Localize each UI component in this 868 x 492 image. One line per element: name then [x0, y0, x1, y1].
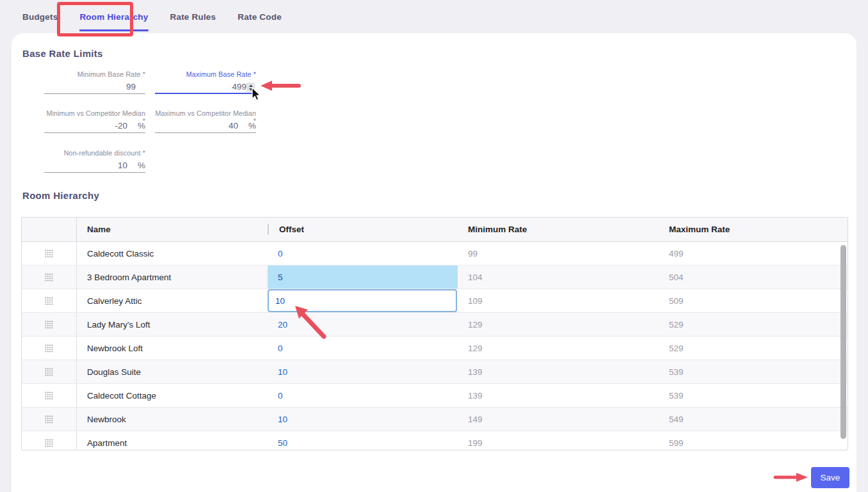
non-refundable-discount-value[interactable]: 10: [118, 161, 127, 170]
drag-column-header: [22, 218, 77, 241]
room-name-cell: Newbrook: [77, 415, 268, 424]
tab-label: Rate Code: [237, 12, 282, 22]
tab-room-hierarchy[interactable]: Room Hierarchy: [79, 8, 148, 26]
minimum-base-rate-label: Minimum Base Rate *: [44, 70, 145, 80]
offset-cell[interactable]: 0: [268, 384, 458, 407]
drag-handle[interactable]: [22, 266, 77, 289]
room-hierarchy-table: Name Offset Minimum Rate Maximum Rate Ca…: [21, 217, 848, 450]
room-name-cell: Lady Mary's Loft: [77, 320, 268, 329]
maximum-rate-cell: 599: [659, 438, 848, 448]
tab-rate-rules[interactable]: Rate Rules: [170, 8, 216, 26]
maximum-rate-cell: 549: [659, 415, 848, 424]
table-header: Name Offset Minimum Rate Maximum Rate: [22, 218, 848, 242]
maximum-rate-cell: 499: [659, 249, 848, 258]
maximum-rate-cell: 529: [659, 320, 848, 329]
column-header-minimum-rate[interactable]: Minimum Rate: [458, 225, 659, 234]
table-row: Douglas Suite10139539: [22, 360, 848, 384]
drag-handle-icon: [45, 321, 53, 329]
maximum-base-rate-field[interactable]: Maximum Base Rate * 499: [155, 70, 256, 94]
drag-handle-icon: [45, 344, 53, 353]
room-hierarchy-title: Room Hierarchy: [22, 190, 99, 201]
drag-handle[interactable]: [22, 242, 77, 265]
maximum-rate-cell: 509: [659, 296, 848, 306]
percent-suffix: %: [138, 121, 145, 131]
tab-bar: BudgetsRoom HierarchyRate RulesRate Code: [0, 0, 868, 33]
drag-handle-icon: [45, 368, 53, 376]
room-name-cell: 3 Bedroom Apartment: [77, 273, 268, 282]
minimum-rate-cell: 104: [458, 273, 659, 282]
number-stepper-icon[interactable]: [246, 83, 255, 92]
room-name-cell: Caldecott Cottage: [77, 391, 268, 401]
drag-handle[interactable]: [22, 289, 77, 312]
table-row: Newbrook Loft0129529: [22, 337, 848, 360]
minimum-rate-cell: 139: [458, 367, 659, 377]
room-name-cell: Newbrook Loft: [77, 344, 268, 353]
table-body: Caldecott Classic0994993 Bedroom Apartme…: [22, 242, 848, 450]
column-header-offset[interactable]: Offset: [268, 218, 458, 241]
maximum-rate-cell: 539: [659, 391, 848, 401]
maximum-vs-competitor-label: Maximum vs Competitor Median *: [155, 109, 256, 119]
minimum-base-rate-field[interactable]: Minimum Base Rate * 99: [44, 70, 145, 94]
maximum-rate-cell: 504: [659, 273, 848, 282]
offset-cell[interactable]: 10: [268, 360, 458, 383]
tab-label: Budgets: [22, 12, 58, 22]
drag-handle[interactable]: [22, 431, 77, 450]
offset-cell[interactable]: 0: [268, 337, 458, 360]
maximum-vs-competitor-field[interactable]: Maximum vs Competitor Median * 40 %: [155, 109, 256, 133]
minimum-rate-cell: 129: [458, 344, 659, 353]
drag-handle[interactable]: [22, 337, 77, 360]
drag-handle-icon: [45, 273, 53, 282]
table-row: Caldecott Classic099499: [22, 242, 848, 266]
drag-handle[interactable]: [22, 313, 77, 336]
tab-budgets[interactable]: Budgets: [22, 8, 58, 26]
offset-cell[interactable]: 20: [268, 313, 458, 336]
drag-handle-icon: [45, 297, 53, 305]
table-row: Apartment50199599: [22, 431, 848, 450]
main-panel: Base Rate Limits Minimum Base Rate * 99 …: [12, 33, 856, 492]
maximum-base-rate-label: Maximum Base Rate *: [155, 70, 256, 80]
tab-label: Rate Rules: [170, 12, 216, 22]
table-row: 3 Bedroom Apartment5104504: [22, 266, 848, 289]
minimum-vs-competitor-value[interactable]: -20: [115, 121, 127, 131]
maximum-base-rate-value[interactable]: 499: [232, 82, 246, 91]
drag-handle-icon: [45, 439, 53, 447]
maximum-rate-cell: 539: [659, 367, 848, 377]
maximum-vs-competitor-value[interactable]: 40: [229, 121, 238, 131]
column-header-name[interactable]: Name: [77, 225, 268, 234]
minimum-rate-cell: 149: [458, 415, 659, 424]
room-name-cell: Douglas Suite: [77, 367, 268, 377]
percent-suffix: %: [138, 161, 145, 170]
offset-cell[interactable]: 50: [268, 431, 458, 450]
minimum-rate-cell: 139: [458, 391, 659, 401]
offset-cell-selected[interactable]: 5: [268, 266, 458, 289]
tab-label: Room Hierarchy: [79, 12, 148, 22]
minimum-vs-competitor-label: Minimum vs Competitor Median *: [44, 109, 145, 119]
drag-handle-icon: [45, 250, 53, 258]
table-row: Calverley Attic10109509: [22, 289, 848, 313]
table-scrollbar[interactable]: [840, 245, 846, 439]
minimum-rate-cell: 99: [458, 249, 659, 258]
offset-cell[interactable]: 10: [268, 408, 458, 431]
minimum-rate-cell: 109: [458, 296, 659, 306]
save-button[interactable]: Save: [811, 467, 849, 488]
column-divider: [268, 224, 269, 235]
offset-cell[interactable]: 0: [268, 242, 458, 265]
tab-rate-code[interactable]: Rate Code: [237, 8, 282, 26]
column-header-maximum-rate[interactable]: Maximum Rate: [659, 225, 849, 234]
minimum-vs-competitor-field[interactable]: Minimum vs Competitor Median * -20 %: [44, 109, 145, 133]
table-row: Lady Mary's Loft20129529: [22, 313, 848, 337]
minimum-rate-cell: 199: [458, 438, 659, 448]
offset-edit-input[interactable]: 10: [268, 289, 457, 312]
drag-handle-icon: [45, 415, 53, 424]
non-refundable-discount-field[interactable]: Non-refundable discount * 10 %: [44, 149, 145, 173]
room-name-cell: Apartment: [77, 438, 268, 448]
maximum-rate-cell: 529: [659, 344, 848, 353]
non-refundable-discount-label: Non-refundable discount *: [44, 149, 145, 159]
drag-handle[interactable]: [22, 408, 77, 431]
offset-cell[interactable]: 10: [268, 289, 458, 312]
percent-suffix: %: [248, 121, 256, 131]
drag-handle[interactable]: [22, 360, 77, 383]
drag-handle[interactable]: [22, 384, 77, 407]
minimum-base-rate-value[interactable]: 99: [126, 82, 136, 91]
drag-handle-icon: [45, 392, 53, 400]
